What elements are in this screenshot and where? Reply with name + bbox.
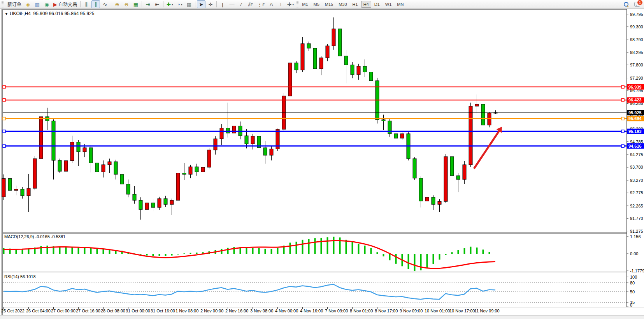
search-icon[interactable] — [624, 2, 629, 7]
svg-text:93.270: 93.270 — [630, 178, 643, 183]
svg-text:93.780: 93.780 — [630, 165, 643, 169]
svg-text:97.800: 97.800 — [630, 63, 643, 67]
chart-shift-icon: ⇤ — [155, 2, 160, 7]
navigator-icon[interactable]: ▥ — [33, 0, 42, 8]
svg-text:91.275: 91.275 — [630, 229, 643, 234]
svg-text:94.616: 94.616 — [628, 144, 642, 148]
toolbar-separator — [142, 1, 142, 7]
toolbar-grip[interactable] — [297, 1, 298, 7]
svg-text:92.265: 92.265 — [630, 204, 643, 208]
autotrading-button: ▶ — [53, 2, 57, 7]
tile-windows-icon: ▦ — [133, 2, 138, 7]
signals-icon[interactable]: ◉ — [42, 0, 51, 8]
notification-badge: 1 — [637, 0, 642, 5]
chart-title: ▼UKOil-,H4 95.909 96.016 95.864 95.925 — [5, 11, 94, 16]
svg-text:96.423: 96.423 — [628, 98, 642, 102]
text-label-icon[interactable]: ⌶ — [276, 0, 285, 8]
timeframe-button-w1[interactable]: W1 — [383, 1, 394, 8]
arrows-icon[interactable]: ✣▾ — [286, 0, 295, 8]
chart-ohlc-values: 95.909 96.016 95.864 95.925 — [33, 11, 95, 16]
macd-indicator-label: MACD(12,26,9) -0.0165 -0.5381 — [4, 234, 65, 239]
candlestick-chart-icon[interactable]: ⫿ — [91, 0, 100, 8]
arrows-icon: ✣ — [287, 2, 291, 7]
time-label: 25 Oct 2022 — [1, 309, 25, 313]
timeframe-button-h4[interactable]: H4 — [361, 1, 371, 8]
time-label: 2 Nov 00:00 — [200, 309, 223, 313]
timeframe-button-d1[interactable]: D1 — [372, 1, 382, 8]
time-label: 7 Nov 09:00 — [325, 309, 348, 313]
chart-menu-triangle-icon[interactable]: ▼ — [5, 12, 8, 16]
bar-chart-icon: ⫼ — [85, 2, 88, 7]
market-watch-icon[interactable]: ◈ — [24, 0, 32, 8]
time-label: 27 Oct 00:00 — [51, 309, 75, 313]
time-label: 10 Nov 01:00 — [425, 309, 450, 313]
add-indicator-icon[interactable]: ✚▾ — [165, 0, 175, 8]
horizontal-line-icon[interactable]: — — [228, 0, 236, 8]
navigator-icon: ▥ — [35, 2, 40, 7]
timeframe-button-m30[interactable]: M30 — [336, 1, 349, 8]
auto-scroll-icon: ⇥ — [146, 2, 150, 7]
text-label-icon: ⌶ — [279, 2, 282, 7]
vertical-line-icon: | — [222, 2, 223, 7]
svg-text:0: 0 — [630, 303, 632, 307]
line-chart-icon[interactable]: ∿ — [101, 0, 109, 8]
tile-windows-icon[interactable]: ▦ — [132, 0, 140, 8]
trendline-icon[interactable]: ∕ — [237, 0, 246, 8]
auto-scroll-icon[interactable]: ⇥ — [144, 0, 152, 8]
timeframe-button-h1[interactable]: H1 — [350, 1, 360, 8]
equidistant-channel-icon[interactable]: ⫽ᴇ — [246, 0, 255, 8]
svg-text:92.775: 92.775 — [630, 190, 643, 195]
timeframe-button-m1[interactable]: M1 — [300, 1, 310, 8]
svg-text:50: 50 — [630, 289, 635, 294]
svg-text:94.275: 94.275 — [630, 152, 643, 157]
rsi-indicator-label: RSI(14) 56.1018 — [4, 274, 36, 279]
new-order-button[interactable]: 新订单 — [5, 0, 23, 8]
zoom-out-icon[interactable]: ⊖ — [122, 0, 131, 8]
svg-text:-1.1779: -1.1779 — [630, 268, 644, 273]
svg-text:95.193: 95.193 — [628, 129, 642, 134]
toolbar-separator — [163, 1, 163, 7]
bar-chart-icon[interactable]: ⫼ — [82, 0, 91, 8]
chart-symbol-period: UKOil-,H4 — [10, 11, 31, 16]
toolbar-separator — [195, 1, 195, 7]
time-label: 8 Nov 01:00 — [350, 309, 373, 313]
svg-text:95.694: 95.694 — [628, 116, 642, 121]
dropdown-caret-icon[interactable]: ▾ — [292, 3, 294, 6]
toolbar-grip[interactable] — [2, 1, 4, 7]
window-bottom-strip — [0, 315, 644, 319]
zoom-in-icon[interactable]: ⊕ — [113, 0, 121, 8]
svg-text:95.925: 95.925 — [628, 110, 642, 115]
toolbar-separator — [111, 1, 111, 7]
vertical-line-icon[interactable]: | — [218, 0, 227, 8]
time-label: 8 Nov 17:00 — [375, 309, 398, 313]
toolbar: 新订单◈▥◉▶自动交易⫼⫿∿⊕⊖▦⇥⇤✚▾◔▾▩➤✛|—∕⫽ᴇ⋮ꜰA⌶✣▾ M1… — [0, 0, 644, 9]
horizontal-line-icon: — — [229, 2, 234, 7]
templates-icon[interactable]: ▩ — [185, 0, 193, 8]
trend-arrow[interactable] — [474, 130, 500, 169]
time-label: 28 Oct 08:00 — [101, 309, 125, 313]
timeframe-button-mn[interactable]: MN — [395, 1, 406, 8]
time-label: 26 Oct 04:00 — [26, 309, 51, 313]
crosshair-icon[interactable]: ✛ — [206, 0, 215, 8]
text-icon[interactable]: A — [267, 0, 275, 8]
time-label: 31 Oct 16:00 — [151, 309, 175, 313]
terminal-window: 新订单◈▥◉▶自动交易⫼⫿∿⊕⊖▦⇥⇤✚▾◔▾▩➤✛|—∕⫽ᴇ⋮ꜰA⌶✣▾ M1… — [0, 0, 644, 319]
svg-text:98.790: 98.790 — [630, 37, 643, 42]
timeframe-button-m15[interactable]: M15 — [323, 1, 335, 8]
time-label: 4 Nov 00:00 — [275, 309, 298, 313]
templates-icon: ▩ — [187, 2, 191, 7]
chart-shift-icon[interactable]: ⇤ — [153, 0, 161, 8]
periods-icon[interactable]: ◔▾ — [175, 0, 184, 8]
time-label: 11 Nov 09:00 — [474, 309, 500, 313]
dropdown-caret-icon[interactable]: ▾ — [181, 3, 182, 6]
price-chart[interactable]: 99.79599.30098.79098.29597.80097.29096.7… — [0, 9, 644, 315]
dropdown-caret-icon[interactable]: ▾ — [172, 3, 173, 6]
svg-text:99.795: 99.795 — [630, 12, 643, 17]
autotrading-button-label: 自动交易 — [58, 1, 77, 8]
notifications-icon[interactable]: 1 — [634, 2, 640, 7]
autotrading-button[interactable]: ▶自动交易 — [52, 0, 79, 8]
equidistant-channel-icon: ⫽ᴇ — [248, 2, 253, 7]
timeframe-button-m5[interactable]: M5 — [311, 1, 322, 8]
fibonacci-icon[interactable]: ⋮ꜰ — [256, 0, 266, 8]
cursor-icon[interactable]: ➤ — [197, 0, 205, 8]
